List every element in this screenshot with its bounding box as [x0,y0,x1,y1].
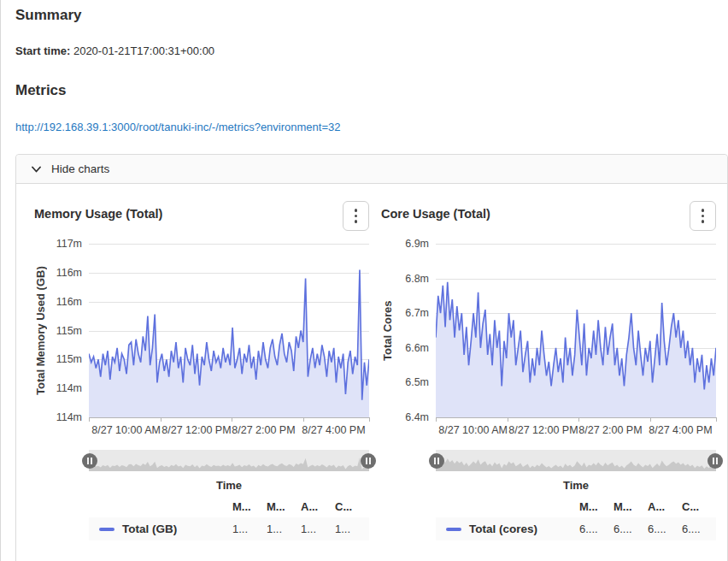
time-range-brush[interactable] [89,450,369,471]
y-tick-label: 115m [56,325,82,337]
chart-title: Core Usage (Total) [381,201,490,221]
y-tick-label: 6.6m [405,342,429,354]
brush-handle-left[interactable] [82,453,97,469]
x-tick-mark [650,417,651,422]
legend-value: 6.... [682,523,716,535]
legend-value: 6.... [579,523,614,535]
memory-usage-chart-card: Memory Usage (Total) Total Memory Used (… [34,201,369,540]
x-axis-title: Time [436,479,716,492]
y-tick-label: 6.4m [405,411,429,423]
legend-header: M...M...A...C... [436,498,716,517]
y-axis-ticks: 117m116m116m115m115m114m114m [50,240,89,417]
legend-column-header: C... [335,500,369,513]
core-usage-chart-card: Core Usage (Total) Total Cores 6.9m6.8m6… [381,201,716,540]
charts-panel: Hide charts Memory Usage (Total) Total M… [15,154,728,561]
x-tick-mark [303,417,304,422]
y-tick-label: 116m [56,296,82,308]
summary-page: Summary Start time: 2020-01-21T17:00:31+… [1,0,728,561]
y-axis-ticks: 6.9m6.8m6.7m6.6m6.5m6.4m [396,240,436,417]
charts-container: Memory Usage (Total) Total Memory Used (… [16,184,727,561]
metrics-heading: Metrics [15,82,728,99]
x-tick-mark [89,417,90,422]
legend-column-header: M... [614,500,648,513]
chevron-down-icon [32,166,41,173]
y-axis-label: Total Cores [381,244,396,417]
x-tick-mark [369,417,370,422]
time-range-brush[interactable] [436,450,716,471]
x-tick-mark [232,417,232,422]
start-time-value: 2020-01-21T17:00:31+00:00 [73,44,214,57]
x-tick-mark [578,417,579,422]
legend-column-header: M... [267,500,301,513]
brush-silhouette [89,450,369,471]
summary-heading: Summary [15,7,728,24]
legend-value: 1... [301,523,335,535]
x-tick-label: 8/27 12:00 PM [508,424,578,436]
line-series [436,244,716,417]
chart-plot-area[interactable] [89,244,369,421]
legend-column-header: A... [648,500,682,513]
chart-legend: M...M...A...C... Total (GB) 1...1...1...… [89,498,369,540]
x-tick-label: 8/27 4:00 PM [302,424,365,436]
legend-column-header: C... [682,500,716,513]
legend-row[interactable]: Total (GB) 1...1...1...1... [89,517,369,540]
x-axis-line [436,417,716,418]
legend-column-header: M... [232,500,267,513]
y-tick-label: 114m [56,411,82,423]
hide-charts-label: Hide charts [51,162,109,175]
legend-value: 6.... [614,523,648,535]
series-color-swatch [446,528,461,531]
legend-column-header: M... [579,500,614,513]
x-tick-label: 8/27 12:00 PM [161,424,231,436]
x-axis-title: Time [89,479,369,492]
x-tick-label: 8/27 2:00 PM [578,424,642,436]
x-tick-label: 8/27 10:00 AM [438,424,508,436]
chart-menu-button[interactable] [690,201,716,231]
legend-header: M...M...A...C... [89,498,369,517]
x-tick-label: 8/27 10:00 AM [91,424,161,436]
legend-value: 6.... [648,523,682,535]
metrics-url-link[interactable]: http://192.168.39.1:3000/root/tanuki-inc… [15,121,340,133]
brush-handle-right[interactable] [707,453,723,469]
chart-plot-area[interactable] [436,244,716,421]
start-time: Start time: 2020-01-21T17:00:31+00:00 [15,44,728,57]
y-tick-label: 114m [56,382,82,394]
x-tick-mark [508,417,508,422]
x-axis-labels: 8/27 10:00 AM8/27 12:00 PM8/27 2:00 PM8/… [436,422,716,439]
y-axis-label: Total Memory Used (GB) [34,244,50,417]
brush-silhouette [436,450,716,471]
brush-handle-right[interactable] [361,453,376,469]
y-tick-label: 117m [56,238,82,250]
x-tick-mark [436,417,437,422]
chart-legend: M...M...A...C... Total (cores) 6....6...… [436,498,716,540]
y-tick-label: 6.9m [405,238,429,250]
y-tick-label: 115m [56,353,82,365]
brush-handle-left[interactable] [429,453,444,469]
series-name: Total (GB) [122,523,177,535]
legend-value: 1... [267,523,301,535]
legend-value: 1... [335,523,369,535]
y-tick-label: 6.8m [405,273,429,285]
y-tick-label: 116m [56,267,82,279]
x-tick-label: 8/27 4:00 PM [649,424,712,436]
x-axis-line [89,417,369,418]
legend-value: 1... [232,523,267,535]
chart-title: Memory Usage (Total) [34,201,162,221]
y-tick-label: 6.7m [405,307,429,319]
line-series [89,244,369,417]
chart-menu-button[interactable] [343,201,369,231]
hide-charts-toggle[interactable]: Hide charts [16,155,727,184]
y-tick-label: 6.5m [405,376,429,388]
legend-row[interactable]: Total (cores) 6....6....6....6.... [436,517,716,540]
series-name: Total (cores) [469,523,537,535]
series-color-swatch [99,528,114,531]
start-time-label: Start time: [15,44,70,57]
legend-column-header: A... [301,500,335,513]
x-tick-mark [716,417,717,422]
x-axis-labels: 8/27 10:00 AM8/27 12:00 PM8/27 2:00 PM8/… [89,422,369,439]
x-tick-label: 8/27 2:00 PM [232,424,295,436]
x-tick-mark [161,417,161,422]
